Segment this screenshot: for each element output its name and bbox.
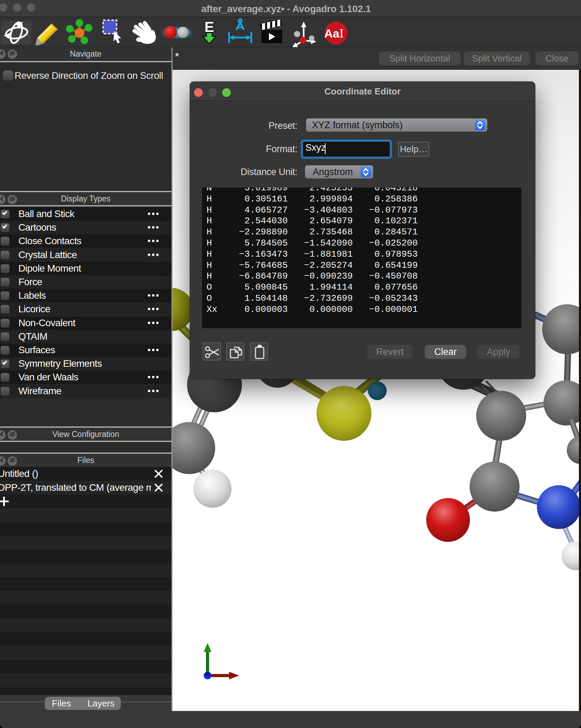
- svg-text:Aa: Aa: [324, 27, 340, 40]
- svg-text:I: I: [339, 26, 344, 40]
